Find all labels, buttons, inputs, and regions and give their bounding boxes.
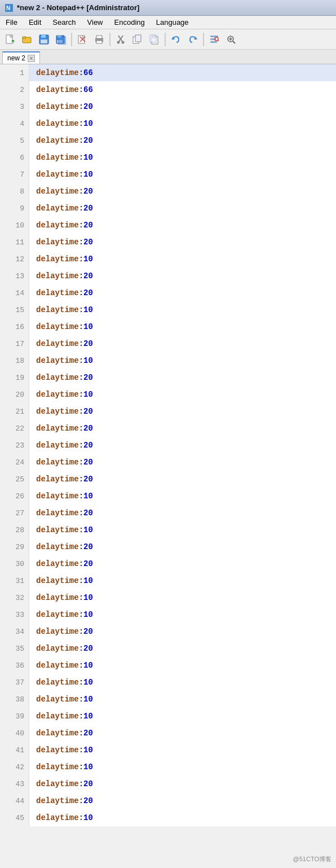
number-value: 10: [83, 813, 93, 822]
keyword-delay: delay: [36, 610, 60, 619]
line-content[interactable]: delay time: 10: [29, 589, 336, 606]
close-button[interactable]: [74, 32, 90, 47]
line-content[interactable]: delay time: 10: [29, 521, 336, 538]
menu-file[interactable]: File: [0, 16, 23, 29]
keyword-delay: delay: [36, 441, 60, 450]
save-button[interactable]: [36, 32, 52, 47]
keyword-time: time: [60, 525, 79, 534]
colon: :: [79, 85, 83, 94]
open-button[interactable]: [19, 32, 35, 47]
line-content[interactable]: delay time: 20: [29, 471, 336, 488]
zoom-button[interactable]: [223, 32, 239, 47]
line-content[interactable]: delay time: 10: [29, 691, 336, 708]
line-content[interactable]: delay time: 20: [29, 792, 336, 809]
tab-close-button[interactable]: ×: [28, 55, 35, 62]
number-value: 20: [83, 288, 93, 297]
find-button[interactable]: [206, 32, 222, 47]
new-button[interactable]: +: [2, 32, 18, 47]
colon: :: [79, 661, 83, 670]
line-content[interactable]: delay time: 20: [29, 335, 336, 352]
line-content[interactable]: delay time: 20: [29, 640, 336, 657]
colon: :: [79, 525, 83, 534]
line-content[interactable]: delay time: 10: [29, 149, 336, 166]
line-content[interactable]: delay time: 10: [29, 742, 336, 759]
line-content[interactable]: delay time: 20: [29, 454, 336, 471]
line-content[interactable]: delay time: 10: [29, 386, 336, 403]
print-button[interactable]: [91, 32, 107, 47]
line-content[interactable]: delay time: 10: [29, 115, 336, 132]
svg-rect-11: [41, 40, 47, 43]
line-content[interactable]: delay time: 66: [29, 64, 336, 81]
line-content[interactable]: delay time: 20: [29, 369, 336, 386]
line-content[interactable]: delay time: 10: [29, 809, 336, 826]
line-content[interactable]: delay time: 10: [29, 251, 336, 268]
line-content[interactable]: delay time: 20: [29, 420, 336, 437]
line-content[interactable]: delay time: 10: [29, 166, 336, 183]
number-value: 20: [83, 407, 93, 416]
editor-line: 10delay time: 20: [0, 217, 336, 234]
line-content[interactable]: delay time: 20: [29, 775, 336, 792]
menu-edit[interactable]: Edit: [23, 16, 47, 29]
line-content[interactable]: delay time: 20: [29, 505, 336, 521]
keyword-delay: delay: [36, 373, 60, 382]
line-content[interactable]: delay time: 10: [29, 301, 336, 318]
keyword-delay: delay: [36, 119, 60, 128]
line-number: 35: [0, 640, 29, 657]
editor-line: 18delay time: 10: [0, 352, 336, 369]
line-content[interactable]: delay time: 10: [29, 708, 336, 725]
colon: :: [79, 644, 83, 653]
line-content[interactable]: delay time: 20: [29, 437, 336, 454]
number-value: 10: [83, 305, 93, 314]
cut-button[interactable]: [113, 32, 129, 47]
line-content[interactable]: delay time: 20: [29, 538, 336, 555]
line-content[interactable]: delay time: 20: [29, 200, 336, 217]
line-content[interactable]: delay time: 20: [29, 98, 336, 115]
line-number: 41: [0, 742, 29, 759]
keyword-delay: delay: [36, 796, 60, 805]
line-content[interactable]: delay time: 20: [29, 623, 336, 640]
line-content[interactable]: delay time: 10: [29, 657, 336, 674]
line-number: 8: [0, 183, 29, 200]
line-content[interactable]: delay time: 10: [29, 606, 336, 623]
tab-new2[interactable]: new 2 ×: [2, 51, 40, 64]
line-content[interactable]: delay time: 10: [29, 488, 336, 505]
line-content[interactable]: delay time: 20: [29, 555, 336, 572]
watermark: @51CTO博客: [293, 855, 331, 863]
keyword-time: time: [60, 492, 79, 501]
editor[interactable]: 1delay time: 662delay time: 663delay tim…: [0, 64, 336, 826]
copy-button[interactable]: [130, 32, 145, 47]
line-content[interactable]: delay time: 20: [29, 132, 336, 149]
redo-button[interactable]: [185, 32, 201, 47]
number-value: 66: [83, 68, 93, 77]
menu-language[interactable]: Language: [151, 16, 194, 29]
svg-line-38: [218, 40, 219, 41]
keyword-delay: delay: [36, 187, 60, 196]
line-content[interactable]: delay time: 20: [29, 725, 336, 742]
line-content[interactable]: delay time: 20: [29, 217, 336, 234]
colon: :: [79, 238, 83, 247]
keyword-delay: delay: [36, 729, 60, 738]
undo-button[interactable]: [168, 32, 184, 47]
line-content[interactable]: delay time: 20: [29, 268, 336, 284]
line-number: 9: [0, 200, 29, 217]
colon: :: [79, 221, 83, 230]
line-content[interactable]: delay time: 10: [29, 318, 336, 335]
save-all-button[interactable]: [53, 32, 69, 47]
keyword-delay: delay: [36, 508, 60, 518]
line-content[interactable]: delay time: 10: [29, 759, 336, 775]
line-content[interactable]: delay time: 20: [29, 183, 336, 200]
keyword-delay: delay: [36, 813, 60, 822]
line-content[interactable]: delay time: 10: [29, 352, 336, 369]
line-content[interactable]: delay time: 20: [29, 403, 336, 420]
line-content[interactable]: delay time: 20: [29, 284, 336, 301]
menu-encoding[interactable]: Encoding: [109, 16, 151, 29]
line-content[interactable]: delay time: 10: [29, 572, 336, 589]
line-number: 11: [0, 234, 29, 251]
line-content[interactable]: delay time: 66: [29, 81, 336, 98]
keyword-time: time: [60, 85, 79, 94]
menu-view[interactable]: View: [82, 16, 109, 29]
line-content[interactable]: delay time: 10: [29, 674, 336, 691]
menu-search[interactable]: Search: [47, 16, 81, 29]
line-content[interactable]: delay time: 20: [29, 234, 336, 251]
paste-button[interactable]: [147, 32, 162, 47]
